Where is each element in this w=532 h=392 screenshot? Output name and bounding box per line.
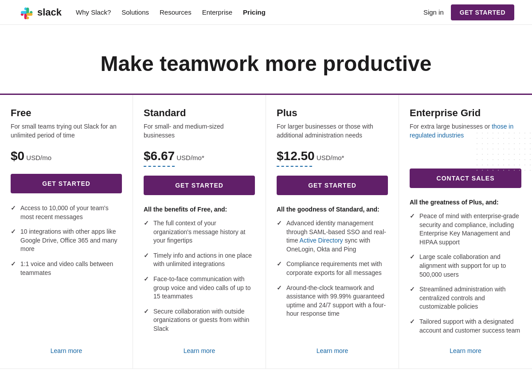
plus-plan-name: Plus <box>277 107 388 119</box>
enterprise-benefit-4: Tailored support with a designated accou… <box>410 318 521 335</box>
free-benefit-2: 10 integrations with other apps like Goo… <box>11 227 122 254</box>
plan-enterprise: Enterprise Grid For extra large business… <box>399 95 532 368</box>
enterprise-benefit-1: Peace of mind with enterprise-grade secu… <box>410 212 521 247</box>
enterprise-plan-desc: For extra large businesses or those in r… <box>410 122 521 140</box>
hero-section: Make teamwork more productive <box>0 25 532 94</box>
plus-benefit-1: Advanced identity management through SAM… <box>277 219 388 254</box>
free-learn-more-link[interactable]: Learn more <box>11 335 122 354</box>
standard-benefits-list: The full context of your organization's … <box>144 219 255 333</box>
plus-price-period: USD/mo* <box>315 154 344 161</box>
standard-price-amount: $6.67 <box>144 149 175 163</box>
plus-benefit-2: Compliance requirements met with corpora… <box>277 260 388 277</box>
plus-plan-desc: For larger businesses or those with addi… <box>277 122 388 140</box>
navbar: slack Why Slack? Solutions Resources Ent… <box>0 0 532 25</box>
plus-benefits-list: Advanced identity management through SAM… <box>277 219 388 318</box>
nav-enterprise[interactable]: Enterprise <box>202 8 232 16</box>
enterprise-contact-sales-button[interactable]: CONTACT SALES <box>410 169 521 188</box>
free-get-started-button[interactable]: GET STARTED <box>11 174 122 193</box>
standard-learn-more-link[interactable]: Learn more <box>144 335 255 354</box>
standard-benefit-2: Timely info and actions in one place wit… <box>144 251 255 269</box>
logo[interactable]: slack <box>18 4 62 20</box>
standard-get-started-button[interactable]: GET STARTED <box>144 176 255 195</box>
logo-text: slack <box>37 7 62 18</box>
plus-plan-price: $12.50 USD/mo* <box>277 149 388 163</box>
standard-benefits-header: All the benefits of Free, and: <box>144 206 255 213</box>
hero-title: Make teamwork more productive <box>18 51 514 76</box>
free-plan-name: Free <box>11 107 122 119</box>
get-started-nav-button[interactable]: GET STARTED <box>451 4 514 20</box>
free-plan-desc: For small teams trying out Slack for an … <box>11 122 122 140</box>
free-benefit-1: Access to 10,000 of your team's most rec… <box>11 204 122 221</box>
nav-left: slack Why Slack? Solutions Resources Ent… <box>18 4 266 20</box>
standard-plan-desc: For small- and medium-sized businesses <box>144 122 255 140</box>
free-price-period: USD/mo <box>24 154 51 161</box>
standard-benefit-3: Face-to-face communication with group vo… <box>144 275 255 301</box>
enterprise-benefit-2: Large scale collaboration and alignment … <box>410 253 521 279</box>
nav-right: Sign in GET STARTED <box>423 4 514 20</box>
enterprise-benefit-3: Streamlined administration with centrali… <box>410 285 521 311</box>
plus-learn-more-link[interactable]: Learn more <box>277 335 388 354</box>
nav-why-slack[interactable]: Why Slack? <box>76 8 111 16</box>
free-plan-price: $0 USD/mo <box>11 149 122 163</box>
enterprise-learn-more-link[interactable]: Learn more <box>410 335 521 354</box>
pricing-section: Free For small teams trying out Slack fo… <box>0 94 532 369</box>
standard-benefit-4: Secure collaboration with outside organi… <box>144 307 255 333</box>
slack-logo-icon <box>18 4 34 20</box>
free-benefits-list: Access to 10,000 of your team's most rec… <box>11 204 122 277</box>
nav-solutions[interactable]: Solutions <box>121 8 149 16</box>
plan-standard: Standard For small- and medium-sized bus… <box>133 95 266 368</box>
plus-benefit-3: Around-the-clock teamwork and assistance… <box>277 284 388 318</box>
plus-get-started-button[interactable]: GET STARTED <box>277 176 388 195</box>
standard-plan-name: Standard <box>144 107 255 119</box>
nav-resources[interactable]: Resources <box>160 8 192 16</box>
standard-benefit-1: The full context of your organization's … <box>144 219 255 245</box>
plus-price-amount: $12.50 <box>277 149 315 163</box>
sign-in-link[interactable]: Sign in <box>423 8 444 16</box>
enterprise-plan-name: Enterprise Grid <box>410 107 521 119</box>
standard-plan-price: $6.67 USD/mo* <box>144 149 255 163</box>
standard-price-period: USD/mo* <box>175 154 204 161</box>
free-price-amount: $0 <box>11 149 24 163</box>
plan-plus: Plus For larger businesses or those with… <box>266 95 399 368</box>
plan-free: Free For small teams trying out Slack fo… <box>0 95 133 368</box>
plus-benefits-header: All the goodness of Standard, and: <box>277 206 388 213</box>
free-benefit-3: 1:1 voice and video calls between teamma… <box>11 260 122 277</box>
enterprise-benefits-header: All the greatness of Plus, and: <box>410 199 521 206</box>
enterprise-benefits-list: Peace of mind with enterprise-grade secu… <box>410 212 521 335</box>
nav-pricing[interactable]: Pricing <box>243 8 266 16</box>
nav-links: Why Slack? Solutions Resources Enterpris… <box>76 8 266 16</box>
